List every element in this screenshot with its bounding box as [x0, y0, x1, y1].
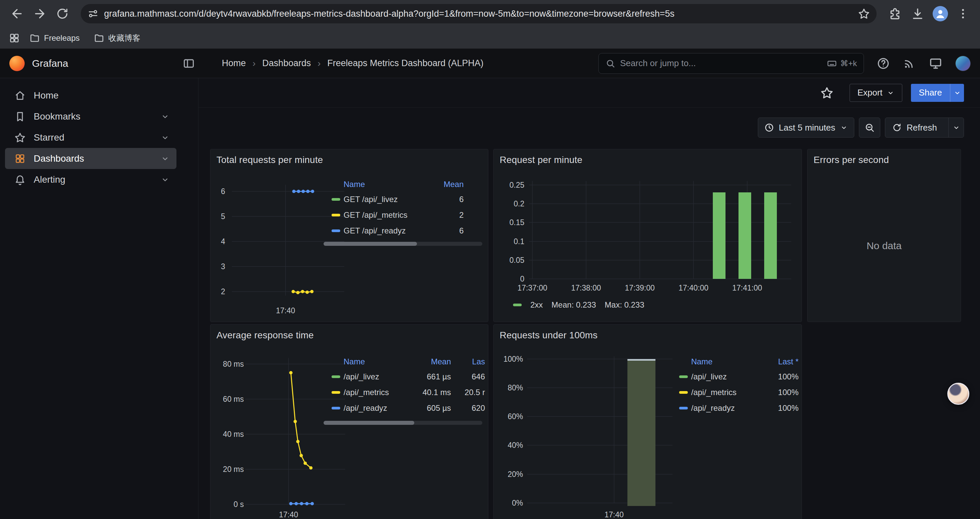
- panel-title[interactable]: Average response time: [216, 330, 314, 341]
- panel-title[interactable]: Requests under 100ms: [500, 330, 598, 341]
- series-max: Max: 0.233: [605, 300, 644, 310]
- legend-inline[interactable]: 2xx Mean: 0.233 Max: 0.233: [513, 300, 644, 310]
- bell-icon: [14, 174, 26, 185]
- floating-avatar[interactable]: [947, 383, 969, 405]
- refresh-button[interactable]: Refresh: [885, 123, 943, 133]
- browser-menu-icon[interactable]: [953, 4, 973, 23]
- bookmark-freeleaps[interactable]: Freeleaps: [25, 31, 84, 45]
- legend-row[interactable]: GET /api/_readyz 6: [332, 223, 464, 238]
- panel-title[interactable]: Total requests per minute: [216, 155, 323, 165]
- help-icon[interactable]: [877, 57, 890, 70]
- y-tick: 3: [210, 262, 225, 271]
- refresh-button-group: Refresh: [885, 118, 964, 137]
- chevron-down-icon[interactable]: [161, 133, 170, 142]
- y-tick: 5: [210, 212, 225, 221]
- user-avatar[interactable]: [955, 56, 970, 71]
- legend-row[interactable]: /api/_readyz 100%: [679, 400, 799, 416]
- arrow-right-icon: [33, 7, 47, 21]
- y-tick: 60%: [495, 412, 523, 421]
- back-button[interactable]: [7, 4, 27, 23]
- search-input[interactable]: Search or jump to... ⌘+k: [598, 53, 864, 74]
- panel-title[interactable]: Errors per second: [813, 155, 889, 165]
- chevron-down-icon[interactable]: [161, 175, 170, 184]
- search-icon: [605, 58, 616, 69]
- share-button[interactable]: Share: [911, 84, 964, 102]
- series-name: GET /api/_metrics: [344, 211, 434, 220]
- apps-grid-icon[interactable]: [9, 32, 20, 44]
- kebab-icon: [957, 7, 969, 20]
- x-tick: 17:40: [279, 510, 298, 519]
- bar-2xx: [738, 192, 751, 279]
- news-rss-icon[interactable]: [903, 57, 916, 70]
- y-tick: 40%: [495, 441, 523, 450]
- bookmark-blog[interactable]: 收藏博客: [89, 31, 145, 45]
- legend-row[interactable]: /api/_metrics 40.1 ms 20.5 r: [332, 385, 485, 400]
- x-tick: 17:37:00: [517, 284, 547, 292]
- legend-scrollbar[interactable]: [323, 242, 482, 246]
- time-range-picker[interactable]: Last 5 minutes: [758, 118, 854, 137]
- breadcrumb-separator: ›: [318, 58, 321, 69]
- refresh-interval-chevron-icon[interactable]: [948, 118, 964, 137]
- chevron-down-icon: [886, 89, 895, 97]
- url-bar[interactable]: grafana.mathmast.com/d/deytv4rwavabkb/fr…: [81, 4, 877, 23]
- bookmark-star-icon[interactable]: [858, 8, 870, 20]
- bookmarks-bar: Freeleaps 收藏博客: [0, 27, 980, 49]
- legend-row[interactable]: /api/_livez 100%: [679, 369, 799, 385]
- legend-row[interactable]: GET /api/_metrics 2: [332, 207, 464, 223]
- chevron-down-icon[interactable]: [161, 112, 170, 121]
- legend-row[interactable]: /api/_livez 661 µs 646: [332, 369, 485, 385]
- series-mean: 6: [437, 195, 464, 204]
- legend-row[interactable]: GET /api/_livez 6: [332, 192, 464, 207]
- time-range-label: Last 5 minutes: [779, 123, 835, 133]
- legend-col-name[interactable]: Name: [344, 180, 434, 189]
- legend-row[interactable]: /api/_readyz 605 µs 620: [332, 400, 485, 416]
- favorite-star-icon[interactable]: [820, 86, 834, 99]
- series-last: 100%: [762, 404, 799, 413]
- y-tick: 6: [210, 187, 225, 196]
- export-button[interactable]: Export: [850, 84, 902, 102]
- grafana-logo[interactable]: [10, 56, 25, 71]
- legend-col-mean[interactable]: Mean: [437, 180, 464, 189]
- sidebar-toggle-icon[interactable]: [183, 57, 195, 70]
- sidebar-item-alerting[interactable]: Alerting: [5, 169, 177, 190]
- legend-row[interactable]: /api/_metrics 100%: [679, 385, 799, 400]
- series-last: 646: [454, 372, 485, 382]
- series-swatch: [679, 375, 688, 378]
- legend-col-last[interactable]: Las: [454, 357, 485, 366]
- search-shortcut: ⌘+k: [827, 58, 857, 69]
- legend-col-mean[interactable]: Mean: [408, 357, 451, 366]
- breadcrumb-dashboards[interactable]: Dashboards: [262, 58, 311, 69]
- downloads-icon[interactable]: [908, 4, 927, 23]
- breadcrumb-home[interactable]: Home: [222, 58, 246, 69]
- brand-name: Grafana: [32, 58, 68, 69]
- sidebar-item-bookmarks[interactable]: Bookmarks: [5, 106, 177, 127]
- sidebar-item-home[interactable]: Home: [5, 85, 177, 106]
- site-settings-icon[interactable]: [88, 8, 99, 19]
- forward-button[interactable]: [30, 4, 49, 23]
- panel-title[interactable]: Request per minute: [500, 155, 582, 165]
- legend-scrollbar[interactable]: [323, 421, 482, 425]
- extensions-icon[interactable]: [885, 4, 905, 23]
- search-placeholder: Search or jump to...: [620, 58, 822, 69]
- legend-col-last[interactable]: Last *: [762, 357, 799, 366]
- reload-button[interactable]: [53, 4, 72, 23]
- keyboard-icon: [827, 58, 837, 69]
- refresh-icon: [892, 123, 902, 133]
- screen: grafana.mathmast.com/d/deytv4rwavabkb/fr…: [0, 0, 980, 519]
- y-tick: 0.05: [496, 256, 524, 265]
- dashboard-actions: Export Share: [199, 78, 980, 107]
- sidebar-item-dashboards[interactable]: Dashboards: [5, 148, 177, 169]
- browser-profile-avatar[interactable]: [932, 6, 948, 21]
- breadcrumb-current-page: Freeleaps Metrics Dashboard (ALPHA): [327, 58, 483, 69]
- zoom-out-button[interactable]: [859, 118, 880, 137]
- series-mean: 40.1 ms: [408, 388, 451, 397]
- chevron-down-icon[interactable]: [161, 154, 170, 163]
- share-menu-chevron-icon[interactable]: [950, 84, 964, 102]
- url-text: grafana.mathmast.com/d/deytv4rwavabkb/fr…: [104, 9, 854, 19]
- y-tick: 0: [496, 275, 524, 284]
- kiosk-monitor-icon[interactable]: [929, 56, 943, 70]
- legend-col-name[interactable]: Name: [691, 357, 759, 366]
- legend-col-name[interactable]: Name: [344, 357, 405, 366]
- sidebar-item-starred[interactable]: Starred: [5, 127, 177, 148]
- series-last: 100%: [762, 372, 799, 382]
